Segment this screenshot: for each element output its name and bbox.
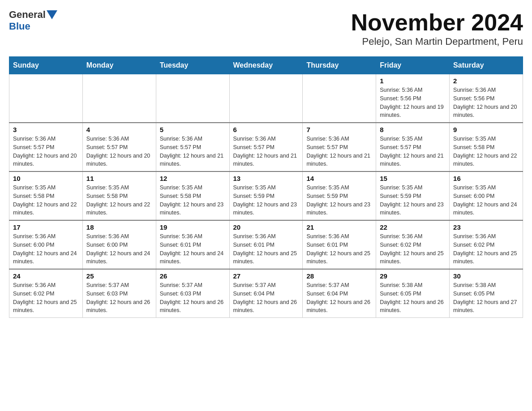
day-number: 18 — [86, 223, 152, 231]
day-number: 6 — [233, 126, 299, 133]
day-info: Sunrise: 5:35 AMSunset: 5:58 PMDaylight:… — [453, 135, 519, 168]
day-info: Sunrise: 5:36 AMSunset: 6:00 PMDaylight:… — [13, 232, 79, 266]
calendar-cell: 22Sunrise: 5:36 AMSunset: 6:02 PMDayligh… — [376, 220, 450, 269]
day-number: 5 — [160, 126, 226, 133]
day-number: 2 — [453, 77, 519, 85]
day-info: Sunrise: 5:38 AMSunset: 6:05 PMDaylight:… — [453, 281, 519, 315]
day-number: 11 — [86, 175, 152, 182]
day-info: Sunrise: 5:36 AMSunset: 5:57 PMDaylight:… — [160, 135, 226, 168]
logo: General Blue — [9, 9, 57, 32]
day-info: Sunrise: 5:35 AMSunset: 5:59 PMDaylight:… — [306, 184, 372, 217]
day-info: Sunrise: 5:36 AMSunset: 6:00 PMDaylight:… — [86, 232, 152, 266]
day-number: 14 — [306, 175, 372, 182]
calendar-cell: 17Sunrise: 5:36 AMSunset: 6:00 PMDayligh… — [9, 220, 83, 269]
calendar-cell: 9Sunrise: 5:35 AMSunset: 5:58 PMDaylight… — [450, 123, 523, 171]
calendar-cell: 6Sunrise: 5:36 AMSunset: 5:57 PMDaylight… — [229, 123, 303, 171]
calendar-cell: 12Sunrise: 5:35 AMSunset: 5:58 PMDayligh… — [156, 171, 229, 220]
day-info: Sunrise: 5:36 AMSunset: 5:57 PMDaylight:… — [306, 135, 372, 168]
day-info: Sunrise: 5:38 AMSunset: 6:05 PMDaylight:… — [380, 281, 446, 315]
calendar-cell: 23Sunrise: 5:36 AMSunset: 6:02 PMDayligh… — [450, 220, 523, 269]
day-number: 19 — [160, 223, 226, 231]
day-number: 16 — [453, 175, 519, 182]
day-info: Sunrise: 5:35 AMSunset: 5:58 PMDaylight:… — [86, 184, 152, 217]
day-number: 23 — [453, 223, 519, 231]
weekday-header-sunday: Sunday — [9, 57, 83, 74]
title-block: November 2024 Pelejo, San Martin Departm… — [351, 9, 523, 47]
day-number: 20 — [233, 223, 299, 231]
day-info: Sunrise: 5:36 AMSunset: 5:57 PMDaylight:… — [233, 135, 299, 168]
day-number: 15 — [380, 175, 446, 182]
day-number: 9 — [453, 126, 519, 133]
weekday-header-saturday: Saturday — [450, 57, 523, 74]
calendar-cell: 13Sunrise: 5:35 AMSunset: 5:59 PMDayligh… — [229, 171, 303, 220]
day-info: Sunrise: 5:37 AMSunset: 6:04 PMDaylight:… — [233, 281, 299, 315]
weekday-header-friday: Friday — [376, 57, 450, 74]
calendar-cell: 4Sunrise: 5:36 AMSunset: 5:57 PMDaylight… — [82, 123, 156, 171]
calendar-cell: 21Sunrise: 5:36 AMSunset: 6:01 PMDayligh… — [303, 220, 376, 269]
calendar-week-1: 1Sunrise: 5:36 AMSunset: 5:56 PMDaylight… — [9, 74, 523, 123]
logo-triangle-icon — [47, 10, 57, 19]
calendar-week-3: 10Sunrise: 5:35 AMSunset: 5:58 PMDayligh… — [9, 171, 523, 220]
calendar-cell: 19Sunrise: 5:36 AMSunset: 6:01 PMDayligh… — [156, 220, 229, 269]
calendar-cell: 5Sunrise: 5:36 AMSunset: 5:57 PMDaylight… — [156, 123, 229, 171]
day-info: Sunrise: 5:37 AMSunset: 6:03 PMDaylight:… — [160, 281, 226, 315]
calendar-cell: 28Sunrise: 5:37 AMSunset: 6:04 PMDayligh… — [303, 269, 376, 318]
day-number: 1 — [380, 77, 446, 85]
weekday-header-tuesday: Tuesday — [156, 57, 229, 74]
calendar-cell: 8Sunrise: 5:35 AMSunset: 5:57 PMDaylight… — [376, 123, 450, 171]
calendar-week-2: 3Sunrise: 5:36 AMSunset: 5:57 PMDaylight… — [9, 123, 523, 171]
day-number: 7 — [306, 126, 372, 133]
day-number: 30 — [453, 272, 519, 280]
day-number: 13 — [233, 175, 299, 182]
calendar-cell: 25Sunrise: 5:37 AMSunset: 6:03 PMDayligh… — [82, 269, 156, 318]
calendar-cell: 16Sunrise: 5:35 AMSunset: 6:00 PMDayligh… — [450, 171, 523, 220]
calendar-cell — [82, 74, 156, 123]
day-number: 8 — [380, 126, 446, 133]
calendar-cell — [303, 74, 376, 123]
page-title: November 2024 — [351, 9, 523, 36]
calendar-cell — [229, 74, 303, 123]
day-number: 22 — [380, 223, 446, 231]
calendar-cell: 27Sunrise: 5:37 AMSunset: 6:04 PMDayligh… — [229, 269, 303, 318]
day-number: 29 — [380, 272, 446, 280]
day-info: Sunrise: 5:37 AMSunset: 6:04 PMDaylight:… — [306, 281, 372, 315]
calendar-week-5: 24Sunrise: 5:36 AMSunset: 6:02 PMDayligh… — [9, 269, 523, 318]
day-number: 28 — [306, 272, 372, 280]
calendar-cell: 14Sunrise: 5:35 AMSunset: 5:59 PMDayligh… — [303, 171, 376, 220]
calendar-cell: 1Sunrise: 5:36 AMSunset: 5:56 PMDaylight… — [376, 74, 450, 123]
calendar-cell: 24Sunrise: 5:36 AMSunset: 6:02 PMDayligh… — [9, 269, 83, 318]
day-info: Sunrise: 5:35 AMSunset: 5:59 PMDaylight:… — [380, 184, 446, 217]
page-subtitle: Pelejo, San Martin Department, Peru — [351, 36, 523, 47]
logo-blue-text: Blue — [9, 21, 30, 32]
calendar-cell: 29Sunrise: 5:38 AMSunset: 6:05 PMDayligh… — [376, 269, 450, 318]
page-header: General Blue November 2024 Pelejo, San M… — [9, 9, 523, 47]
day-info: Sunrise: 5:37 AMSunset: 6:03 PMDaylight:… — [86, 281, 152, 315]
calendar-cell: 20Sunrise: 5:36 AMSunset: 6:01 PMDayligh… — [229, 220, 303, 269]
calendar-cell: 2Sunrise: 5:36 AMSunset: 5:56 PMDaylight… — [450, 74, 523, 123]
day-number: 10 — [13, 175, 79, 182]
calendar-cell: 7Sunrise: 5:36 AMSunset: 5:57 PMDaylight… — [303, 123, 376, 171]
weekday-header-wednesday: Wednesday — [229, 57, 303, 74]
day-info: Sunrise: 5:35 AMSunset: 6:00 PMDaylight:… — [453, 184, 519, 217]
calendar-cell: 18Sunrise: 5:36 AMSunset: 6:00 PMDayligh… — [82, 220, 156, 269]
day-info: Sunrise: 5:36 AMSunset: 6:01 PMDaylight:… — [233, 232, 299, 266]
day-number: 27 — [233, 272, 299, 280]
day-info: Sunrise: 5:36 AMSunset: 6:01 PMDaylight:… — [160, 232, 226, 266]
day-number: 24 — [13, 272, 79, 280]
day-info: Sunrise: 5:36 AMSunset: 6:01 PMDaylight:… — [306, 232, 372, 266]
day-info: Sunrise: 5:35 AMSunset: 5:58 PMDaylight:… — [160, 184, 226, 217]
day-number: 12 — [160, 175, 226, 182]
calendar-cell: 10Sunrise: 5:35 AMSunset: 5:58 PMDayligh… — [9, 171, 83, 220]
calendar-cell — [9, 74, 83, 123]
calendar-cell: 15Sunrise: 5:35 AMSunset: 5:59 PMDayligh… — [376, 171, 450, 220]
day-info: Sunrise: 5:36 AMSunset: 5:56 PMDaylight:… — [380, 86, 446, 120]
calendar-header-row: SundayMondayTuesdayWednesdayThursdayFrid… — [9, 57, 523, 74]
weekday-header-monday: Monday — [82, 57, 156, 74]
calendar-cell: 30Sunrise: 5:38 AMSunset: 6:05 PMDayligh… — [450, 269, 523, 318]
day-info: Sunrise: 5:36 AMSunset: 6:02 PMDaylight:… — [13, 281, 79, 315]
logo-general-text: General — [9, 9, 46, 21]
day-info: Sunrise: 5:36 AMSunset: 5:57 PMDaylight:… — [86, 135, 152, 168]
day-number: 3 — [13, 126, 79, 133]
day-info: Sunrise: 5:35 AMSunset: 5:59 PMDaylight:… — [233, 184, 299, 217]
calendar-cell: 3Sunrise: 5:36 AMSunset: 5:57 PMDaylight… — [9, 123, 83, 171]
